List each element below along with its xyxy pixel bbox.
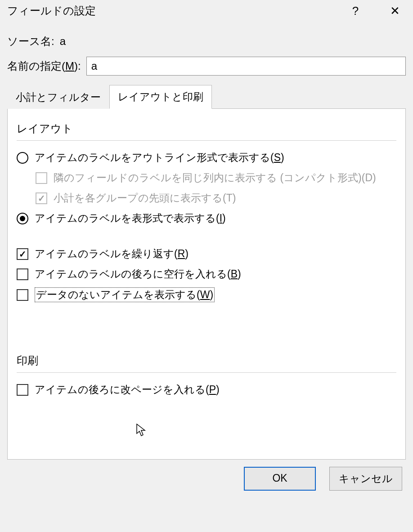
checkbox-show-empty-label: データのないアイテムを表示する(W) — [35, 287, 215, 302]
dialog-footer: OK キャンセル — [0, 460, 413, 499]
help-button[interactable]: ? — [345, 4, 366, 18]
source-name-label: ソース名: — [7, 34, 54, 49]
checkbox-icon — [36, 172, 47, 184]
tab-strip: 小計とフィルター レイアウトと印刷 — [7, 85, 406, 109]
checkbox-compact-form: 隣のフィールドのラベルを同じ列内に表示する (コンパクト形式)(D) — [36, 171, 396, 185]
custom-name-row: 名前の指定(M): — [7, 57, 406, 76]
cursor-icon — [136, 424, 146, 440]
source-name-value: a — [60, 35, 66, 48]
radio-icon — [17, 152, 28, 164]
checkbox-page-break[interactable]: アイテムの後ろに改ページを入れる(P) — [17, 383, 396, 397]
source-name-row: ソース名: a — [7, 34, 406, 49]
radio-outline-form[interactable]: アイテムのラベルをアウトライン形式で表示する(S) — [17, 151, 396, 165]
section-print-title: 印刷 — [17, 353, 396, 368]
checkbox-repeat-label: アイテムのラベルを繰り返す(R) — [35, 247, 189, 261]
checkbox-compact-label: 隣のフィールドのラベルを同じ列内に表示する (コンパクト形式)(D) — [54, 171, 376, 185]
checkbox-subtotal-top: 小計を各グループの先頭に表示する(T) — [36, 191, 396, 205]
checkbox-blank-line[interactable]: アイテムのラベルの後ろに空行を入れる(B) — [17, 267, 396, 281]
checkbox-icon — [36, 192, 47, 204]
section-layout-divider — [17, 140, 396, 141]
cancel-button[interactable]: キャンセル — [329, 467, 402, 491]
titlebar: フィールドの設定 ? ✕ — [0, 0, 413, 26]
checkbox-repeat-labels[interactable]: アイテムのラベルを繰り返す(R) — [17, 247, 396, 261]
radio-tabular-label: アイテムのラベルを表形式で表示する(I) — [35, 211, 226, 225]
tab-subtotals-filters[interactable]: 小計とフィルター — [7, 85, 109, 109]
checkbox-icon — [17, 289, 28, 301]
close-button[interactable]: ✕ — [384, 4, 406, 18]
close-icon: ✕ — [390, 4, 400, 18]
section-print-divider — [17, 372, 396, 373]
checkbox-icon — [17, 248, 28, 260]
checkbox-subtotal-top-label: 小計を各グループの先頭に表示する(T) — [54, 191, 236, 205]
checkbox-icon — [17, 268, 28, 280]
tab-panel-layout-print: レイアウト アイテムのラベルをアウトライン形式で表示する(S) 隣のフィールドの… — [7, 109, 406, 460]
checkbox-blank-label: アイテムのラベルの後ろに空行を入れる(B) — [35, 267, 241, 281]
dialog-title: フィールドの設定 — [7, 4, 327, 18]
radio-outline-label: アイテムのラベルをアウトライン形式で表示する(S) — [35, 151, 284, 165]
custom-name-input[interactable] — [86, 57, 406, 76]
tab-layout-print[interactable]: レイアウトと印刷 — [109, 85, 212, 109]
checkbox-icon — [17, 384, 28, 396]
section-layout-title: レイアウト — [17, 121, 396, 136]
radio-icon — [17, 213, 28, 224]
checkbox-show-empty-items[interactable]: データのないアイテムを表示する(W) — [17, 287, 396, 302]
custom-name-label: 名前の指定(M): — [7, 59, 81, 73]
checkbox-page-break-label: アイテムの後ろに改ページを入れる(P) — [35, 383, 220, 397]
ok-button[interactable]: OK — [244, 467, 316, 491]
radio-tabular-form[interactable]: アイテムのラベルを表形式で表示する(I) — [17, 211, 396, 225]
dialog-content: ソース名: a 名前の指定(M): 小計とフィルター レイアウトと印刷 レイアウ… — [0, 26, 413, 460]
